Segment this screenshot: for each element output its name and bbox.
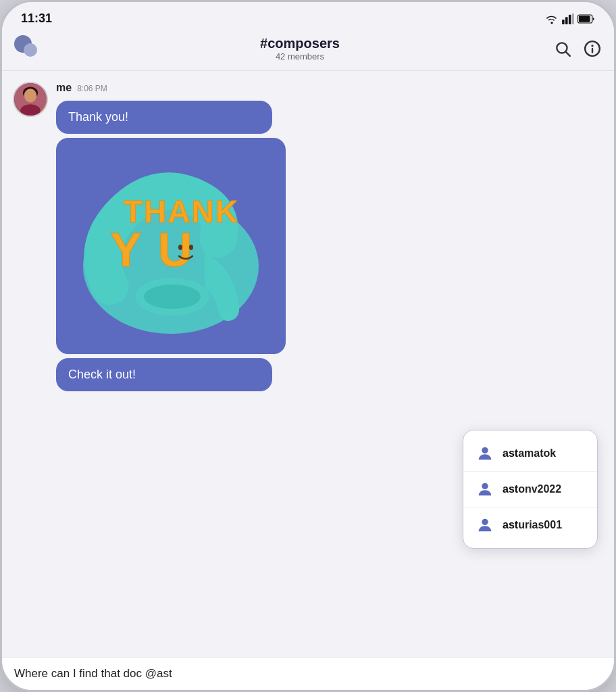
chat-area: me 8:06 PM Thank you! [2,71,614,657]
input-bar [2,657,614,690]
status-icons [545,14,595,24]
battery-icon [578,14,595,24]
autocomplete-username-1: astamatok [503,447,556,460]
autocomplete-username-3: asturias001 [503,519,562,531]
wifi-icon [545,14,559,24]
channel-name: #composers [47,36,553,51]
search-button[interactable] [553,39,572,58]
header-back-area[interactable] [14,35,47,62]
text-bubble-1: Thank you! [56,101,272,134]
user-icon-1 [476,444,494,463]
autocomplete-item-2[interactable]: astonv2022 [463,472,597,508]
svg-point-13 [24,89,36,102]
svg-point-19 [178,245,182,250]
text-bubble-2: Check it out! [56,358,272,391]
header-center: #composers 42 members [47,36,553,61]
autocomplete-item-1[interactable]: astamatok [463,436,597,472]
svg-point-25 [482,519,488,525]
svg-rect-2 [569,14,571,24]
autocomplete-username-2: astonv2022 [503,483,561,495]
svg-rect-5 [579,16,590,22]
message-group: me 8:06 PM Thank you! [13,82,603,391]
chat-header: #composers 42 members [2,30,614,71]
channel-members: 42 members [47,51,553,61]
info-button[interactable] [583,39,602,58]
status-time: 11:31 [21,11,52,26]
messages-container: me 8:06 PM Thank you! [56,82,603,391]
header-right [553,39,602,58]
svg-rect-1 [565,17,568,24]
autocomplete-popup: astamatok astonv2022 asturias001 [463,430,598,549]
svg-point-24 [482,483,488,489]
group-icon [14,35,47,62]
svg-rect-3 [572,14,574,24]
status-bar: 11:31 [2,2,614,30]
signal-icon [562,14,574,24]
sticker-bubble: THANK Y U [56,138,286,354]
svg-line-7 [566,52,570,56]
sender-line: me 8:06 PM [56,82,603,94]
svg-point-22 [144,285,201,309]
svg-rect-0 [562,19,565,24]
sticker-content: THANK Y U [64,146,278,346]
svg-point-23 [482,447,488,453]
user-icon-2 [476,480,494,499]
message-time: 8:06 PM [77,84,107,93]
phone-frame: 11:31 [0,0,616,692]
user-icon-3 [476,516,494,535]
message-input[interactable] [14,667,602,681]
svg-point-20 [189,245,193,250]
autocomplete-item-3[interactable]: asturias001 [463,508,597,543]
sender-name: me [56,82,72,94]
user-avatar [13,82,48,117]
svg-text:Y  U: Y U [110,224,194,276]
